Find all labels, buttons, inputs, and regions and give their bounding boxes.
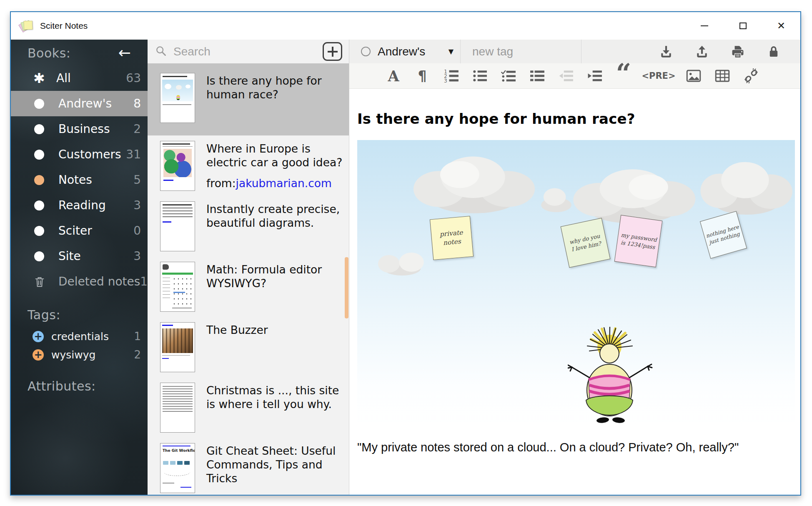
svg-text:3: 3 bbox=[444, 78, 447, 83]
preformatted-button[interactable]: <PRE> bbox=[643, 68, 674, 84]
font-icon: A bbox=[388, 69, 399, 83]
sidebar-item-business[interactable]: Business 2 bbox=[11, 116, 148, 142]
tag-plus-icon[interactable]: + bbox=[33, 349, 44, 361]
outdent-button[interactable] bbox=[557, 68, 575, 84]
sidebar-item-customers[interactable]: Customers 31 bbox=[11, 142, 148, 167]
note-title: Is there any hope for human race? bbox=[206, 74, 343, 101]
block-list-button[interactable] bbox=[528, 68, 546, 84]
note-list-item[interactable]: Christmas is ..., this site is where i t… bbox=[148, 377, 349, 438]
tags-header: Tags: bbox=[11, 302, 148, 325]
sidebar-item-reading[interactable]: Reading 3 bbox=[11, 193, 148, 218]
book-count: 8 bbox=[133, 97, 141, 110]
lock-icon bbox=[767, 45, 780, 59]
chevron-down-icon[interactable]: ▼ bbox=[449, 48, 454, 55]
note-thumbnail-math bbox=[160, 262, 195, 312]
app-window: Sciter Notes ✕ Books: ← ✱ All 63 Andr bbox=[10, 11, 801, 496]
attributes-header: Attributes: bbox=[11, 373, 148, 396]
note-list-item[interactable]: Math: Formula editor WYSIWYG? bbox=[148, 256, 349, 317]
note-list: Is there any hope for human race? Where … bbox=[148, 63, 349, 495]
print-button[interactable] bbox=[729, 43, 747, 60]
editor-panel: Andrew's ▼ bbox=[349, 40, 800, 495]
format-toolbar: A ¶ 123 “ bbox=[349, 63, 800, 89]
block-list-icon bbox=[530, 69, 545, 83]
book-count: 2 bbox=[133, 122, 141, 136]
book-selector-label: Andrew's bbox=[378, 45, 425, 58]
cloud-middle bbox=[566, 162, 700, 225]
editor-topbar: Andrew's ▼ bbox=[349, 40, 800, 63]
tag-item-wysiwyg[interactable]: + wysiwyg 2 bbox=[11, 346, 148, 364]
sidebar: Books: ← ✱ All 63 Andrew's 8 Business 2 bbox=[11, 40, 148, 495]
note-title: Where in Europe is electric car a good i… bbox=[206, 142, 343, 169]
add-note-button[interactable] bbox=[323, 42, 342, 61]
paragraph-button[interactable]: ¶ bbox=[413, 68, 431, 84]
book-count: 0 bbox=[133, 224, 141, 238]
numbered-list-icon: 123 bbox=[443, 69, 459, 83]
tag-plus-icon[interactable]: + bbox=[33, 331, 44, 342]
trash-icon bbox=[34, 276, 45, 288]
font-style-button[interactable]: A bbox=[384, 68, 403, 84]
maximize-button[interactable] bbox=[724, 12, 762, 40]
new-tag-box bbox=[461, 40, 581, 63]
numbered-list-button[interactable]: 123 bbox=[442, 68, 460, 84]
export-button[interactable] bbox=[693, 43, 711, 60]
indent-button[interactable] bbox=[586, 68, 604, 84]
insert-image-button[interactable] bbox=[684, 68, 703, 84]
note-subtitle: from:jakubmarian.com bbox=[206, 177, 343, 190]
note-list-item[interactable]: Where in Europe is electric car a good i… bbox=[148, 135, 349, 196]
note-thumbnail-text bbox=[160, 201, 195, 251]
new-tag-input[interactable] bbox=[471, 45, 571, 59]
tag-item-credentials[interactable]: + credentials 1 bbox=[11, 327, 148, 346]
books-header: Books: ← bbox=[11, 40, 148, 63]
book-bullet-icon bbox=[34, 150, 44, 160]
radio-icon[interactable] bbox=[361, 47, 371, 56]
sidebar-item-andrews[interactable]: Andrew's 8 bbox=[11, 91, 148, 116]
book-label: Business bbox=[58, 122, 110, 136]
notes-scrollbar-thumb[interactable] bbox=[345, 257, 348, 318]
close-button[interactable]: ✕ bbox=[762, 12, 800, 40]
book-label: Sciter bbox=[58, 224, 92, 238]
book-label: Andrew's bbox=[58, 97, 112, 110]
insert-table-button[interactable] bbox=[713, 68, 732, 84]
book-bullet-icon bbox=[34, 124, 44, 134]
book-bullet-icon bbox=[34, 251, 44, 261]
thumb-text: The Git Workflow bbox=[163, 448, 195, 453]
note-editor-content[interactable]: Is there any hope for human race? bbox=[349, 89, 800, 495]
search-icon bbox=[155, 45, 167, 58]
note-title: Math: Formula editor WYSIWYG? bbox=[206, 263, 343, 290]
note-list-item[interactable]: Is there any hope for human race? bbox=[148, 63, 349, 135]
close-icon: ✕ bbox=[777, 21, 785, 31]
note-list-item[interactable]: The Buzzer bbox=[148, 317, 349, 377]
note-thumbnail-map bbox=[160, 141, 195, 191]
book-count: 3 bbox=[133, 249, 141, 263]
blockquote-button[interactable]: “ bbox=[614, 68, 633, 84]
note-source-link[interactable]: jakubmarian.com bbox=[236, 177, 332, 190]
sidebar-item-notes[interactable]: Notes 5 bbox=[11, 167, 148, 193]
import-button[interactable] bbox=[657, 43, 675, 60]
collapse-sidebar-icon[interactable]: ← bbox=[118, 45, 131, 60]
cloud-left bbox=[407, 148, 541, 215]
unlink-button[interactable] bbox=[742, 68, 760, 84]
bullet-list-button[interactable] bbox=[471, 68, 489, 84]
lock-button[interactable] bbox=[764, 43, 783, 60]
broken-link-icon bbox=[744, 68, 759, 83]
note-title: Christmas is ..., this site is where i t… bbox=[206, 383, 343, 411]
sidebar-item-deleted-notes[interactable]: Deleted notes 10 bbox=[11, 269, 148, 294]
book-selector[interactable]: Andrew's ▼ bbox=[349, 40, 461, 63]
titlebar: Sciter Notes ✕ bbox=[11, 12, 800, 40]
tags-list: + credentials 1 + wysiwyg 2 bbox=[11, 327, 148, 364]
sidebar-item-all[interactable]: ✱ All 63 bbox=[11, 65, 148, 91]
sticky-note-nothing: nothing herejust nothing bbox=[700, 211, 747, 258]
minimize-button[interactable] bbox=[685, 12, 724, 40]
note-list-item[interactable]: The Git Workflow Git Cheat Sheet: Useful… bbox=[148, 438, 349, 495]
note-title: Instantly create precise, beautiful diag… bbox=[206, 202, 343, 230]
note-list-item[interactable]: Instantly create precise, beautiful diag… bbox=[148, 196, 349, 256]
search-input[interactable] bbox=[173, 45, 317, 59]
check-list-button[interactable] bbox=[499, 68, 518, 84]
sidebar-item-sciter[interactable]: Sciter 0 bbox=[11, 218, 148, 243]
note-thumbnail-git: The Git Workflow bbox=[160, 443, 195, 493]
sidebar-item-site[interactable]: Site 3 bbox=[11, 243, 148, 269]
quote-icon: “ bbox=[616, 73, 632, 83]
tag-label: credentials bbox=[51, 331, 109, 343]
download-icon bbox=[659, 45, 673, 59]
book-label: Reading bbox=[58, 198, 106, 212]
